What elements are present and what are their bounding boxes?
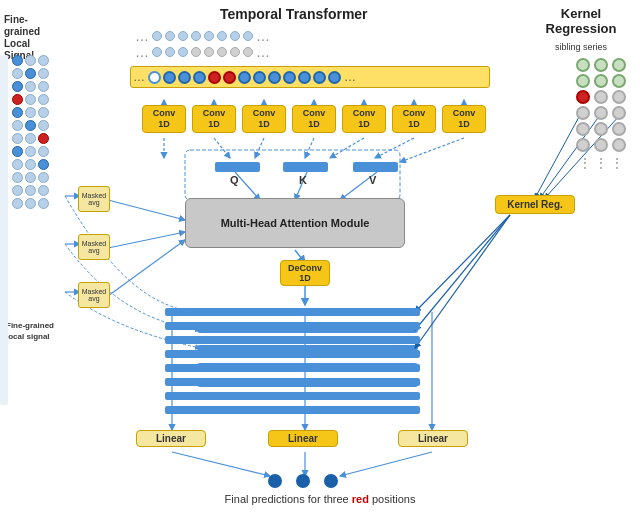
- deconv-box: DeConv1D: [280, 260, 330, 286]
- q-label: Q: [230, 174, 239, 186]
- linear-box-3: Linear: [398, 430, 468, 447]
- svg-line-13: [108, 240, 185, 296]
- output-bar-4: [165, 350, 420, 358]
- svg-line-33: [415, 215, 510, 312]
- svg-line-3: [305, 138, 314, 158]
- final-dot-2: [296, 474, 310, 488]
- svg-line-34: [415, 215, 510, 330]
- k-label: K: [299, 174, 307, 186]
- output-bar-7: [165, 392, 420, 400]
- v-label: V: [369, 174, 376, 186]
- conv-box-2: Conv1D: [192, 105, 236, 133]
- svg-line-1: [214, 138, 230, 158]
- output-bar-6: [165, 378, 420, 386]
- linear-box-2: Linear: [268, 430, 338, 447]
- svg-line-12: [108, 232, 185, 248]
- masked-avg-2: Maskedavg: [78, 234, 110, 260]
- dots-row-2: … …: [135, 44, 270, 60]
- title-kernel: Kernel Regression: [536, 6, 626, 36]
- svg-line-36: [535, 115, 580, 198]
- svg-line-5: [375, 138, 414, 158]
- left-signal-indicator: [0, 55, 8, 405]
- attention-module-box: Multi-Head Attention Module: [185, 198, 405, 248]
- q-bar: [215, 162, 260, 172]
- svg-line-6: [400, 138, 464, 162]
- linear-box-1: Linear: [136, 430, 206, 447]
- attention-module-label: Multi-Head Attention Module: [221, 217, 370, 229]
- title-temporal: Temporal Transformer: [220, 6, 368, 22]
- sibling-series-label: sibling series: [536, 42, 626, 52]
- k-bar: [283, 162, 328, 172]
- conv-box-3: Conv1D: [242, 105, 286, 133]
- svg-line-2: [255, 138, 264, 158]
- finegrained-label-bottom: Fine-grained local signal: [6, 320, 66, 342]
- conv-box-5: Conv1D: [342, 105, 386, 133]
- output-bar-5: [165, 364, 420, 372]
- diagram-container: Temporal Transformer Kernel Regression F…: [0, 0, 640, 517]
- red-text: red: [352, 493, 369, 505]
- masked-avg-1: Maskedavg: [78, 186, 110, 212]
- sequence-row: … …: [133, 70, 356, 84]
- kernel-reg-box: Kernel Reg.: [495, 195, 575, 214]
- conv-box-7: Conv1D: [442, 105, 486, 133]
- svg-line-11: [108, 200, 185, 220]
- kernel-regression-dots: ⋮ ⋮ ⋮: [576, 58, 626, 170]
- conv-box-6: Conv1D: [392, 105, 436, 133]
- svg-line-41: [340, 452, 432, 476]
- output-bar-1: [165, 308, 420, 316]
- svg-line-39: [172, 452, 270, 476]
- output-bar-2: [165, 322, 420, 330]
- final-dot-1: [268, 474, 282, 488]
- kernel-regression-title: Kernel Regression: [546, 6, 617, 36]
- dots-row-1: … …: [135, 28, 270, 44]
- output-bar-8: [165, 406, 420, 414]
- output-bar-3: [165, 336, 420, 344]
- svg-line-4: [330, 138, 364, 158]
- masked-avg-3: Maskedavg: [78, 282, 110, 308]
- v-bar: [353, 162, 398, 172]
- svg-rect-42: [185, 150, 400, 200]
- conv-box-1: Conv1D: [142, 105, 186, 133]
- conv-box-4: Conv1D: [292, 105, 336, 133]
- left-column-circles: [12, 55, 49, 209]
- final-dot-3: [324, 474, 338, 488]
- svg-line-35: [415, 215, 510, 348]
- final-prediction-text: Final predictions for three red position…: [190, 492, 450, 507]
